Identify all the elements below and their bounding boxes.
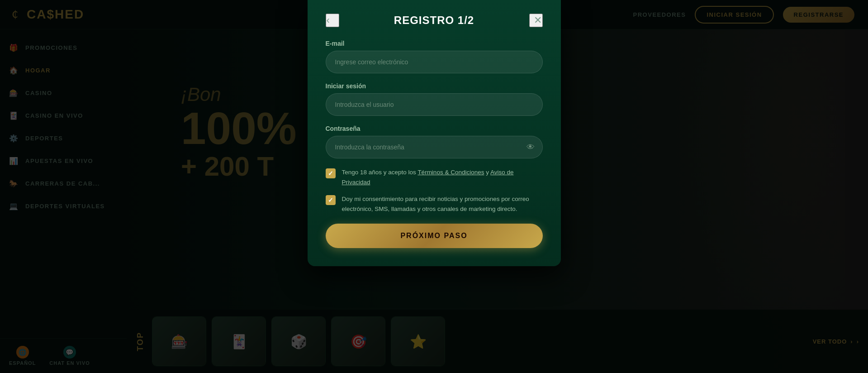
modal-title-text: REGISTRO 1 <box>394 14 464 26</box>
email-input[interactable] <box>326 51 543 73</box>
modal-title: REGISTRO 1/2 <box>394 14 474 27</box>
terms-and: y <box>484 169 490 176</box>
registration-modal: ‹ REGISTRO 1/2 ✕ E-mail Iniciar sesión C… <box>308 0 561 266</box>
modal-header: ‹ REGISTRO 1/2 ✕ <box>326 14 543 27</box>
terms-checkbox[interactable] <box>326 168 336 178</box>
toggle-password-icon[interactable]: 👁 <box>526 143 535 152</box>
email-label: E-mail <box>326 40 543 47</box>
modal-back-button[interactable]: ‹ <box>326 14 339 27</box>
terms-text: Tengo 18 años y acepto los Términos & Co… <box>342 167 543 187</box>
modal-title-step: /2 <box>464 14 474 26</box>
modal-close-button[interactable]: ✕ <box>529 14 543 27</box>
marketing-checkbox[interactable] <box>326 195 336 205</box>
password-input[interactable] <box>326 136 543 158</box>
marketing-checkbox-item: Doy mi consentimiento para recibir notic… <box>326 194 543 214</box>
back-icon: ‹ <box>327 14 330 26</box>
username-input[interactable] <box>326 93 543 116</box>
modal-overlay: ‹ REGISTRO 1/2 ✕ E-mail Iniciar sesión C… <box>0 0 868 373</box>
terms-link[interactable]: Términos & Condiciones <box>417 169 484 176</box>
password-label: Contraseña <box>326 125 543 132</box>
marketing-text: Doy mi consentimiento para recibir notic… <box>342 194 543 214</box>
username-label: Iniciar sesión <box>326 82 543 90</box>
submit-button[interactable]: PRÓXIMO PASO <box>326 224 543 248</box>
close-icon: ✕ <box>534 14 542 26</box>
email-form-group: E-mail <box>326 40 543 73</box>
password-form-group: Contraseña 👁 <box>326 125 543 158</box>
terms-prefix: Tengo 18 años y acepto los <box>342 169 418 176</box>
terms-checkbox-item: Tengo 18 años y acepto los Términos & Co… <box>326 167 543 187</box>
checkbox-group: Tengo 18 años y acepto los Términos & Co… <box>326 167 543 214</box>
password-input-wrapper: 👁 <box>326 136 543 158</box>
username-form-group: Iniciar sesión <box>326 82 543 116</box>
